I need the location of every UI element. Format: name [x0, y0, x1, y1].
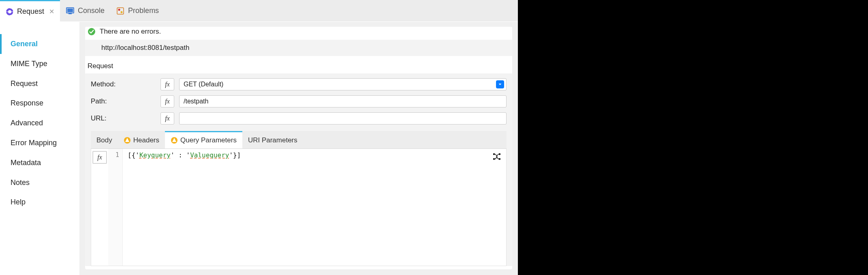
sidebar-item-help[interactable]: Help [0, 192, 79, 212]
expression-editor[interactable]: fx 1 [{'Keyquery' : 'Valuequery'}] [91, 149, 507, 266]
url-display-value: http://localhost:8081/testpath [91, 44, 189, 52]
svg-point-12 [493, 158, 495, 160]
warning-icon [124, 137, 131, 144]
code-prefix: [{' [128, 151, 139, 159]
request-subtabs: Body Headers [91, 131, 507, 149]
editor-code[interactable]: [{'Keyquery' : 'Valuequery'}] [123, 149, 506, 266]
tab-problems[interactable]: Problems [110, 0, 165, 21]
close-icon[interactable]: ✕ [49, 8, 54, 15]
fx-button-url[interactable]: fx [160, 112, 174, 125]
code-value: Valuequery [190, 151, 229, 159]
method-row: Method: fx GET (Default) [91, 78, 507, 90]
svg-point-14 [499, 158, 500, 160]
method-label: Method: [91, 80, 156, 88]
success-check-icon [88, 28, 96, 36]
line-number: 1 [108, 151, 119, 159]
tab-console-label: Console [78, 6, 105, 15]
request-form: Method: fx GET (Default) Path: fx [85, 73, 512, 266]
fx-button-method[interactable]: fx [160, 78, 174, 90]
url-label: URL: [91, 114, 156, 122]
sidebar-item-response[interactable]: Response [0, 93, 79, 113]
config-card: There are no errors. http://localhost:80… [85, 27, 512, 269]
subtab-uri-parameters[interactable]: URI Parameters [242, 131, 303, 148]
url-row: URL: fx [91, 112, 507, 125]
tab-console[interactable]: Console [60, 0, 110, 21]
status-text: There are no errors. [100, 28, 161, 36]
tab-request-label: Request [17, 7, 44, 16]
tab-problems-label: Problems [128, 6, 159, 15]
svg-point-11 [493, 153, 495, 155]
sidebar-item-error-mapping[interactable]: Error Mapping [0, 133, 79, 153]
path-label: Path: [91, 97, 156, 105]
svg-point-7 [121, 11, 123, 13]
sidebar-item-advanced[interactable]: Advanced [0, 113, 79, 133]
console-icon [66, 6, 75, 15]
main-panel: There are no errors. http://localhost:80… [79, 22, 518, 275]
svg-rect-4 [68, 13, 72, 14]
url-input[interactable] [179, 112, 507, 125]
svg-point-6 [118, 9, 120, 11]
fx-button-editor[interactable]: fx [93, 151, 107, 163]
request-section-label: Request [85, 56, 512, 73]
sidebar-item-metadata[interactable]: Metadata [0, 153, 79, 173]
request-globe-icon [6, 8, 14, 16]
problems-icon [116, 6, 125, 15]
sidebar-item-notes[interactable]: Notes [0, 173, 79, 193]
editor-tabstrip: Request ✕ Console Problems [0, 0, 518, 22]
warning-icon [171, 137, 178, 144]
svg-rect-3 [67, 9, 73, 12]
subtab-query-label: Query Parameters [180, 136, 237, 144]
editor-fx-col: fx [91, 149, 108, 266]
tab-request[interactable]: Request ✕ [0, 0, 60, 22]
method-value: GET (Default) [179, 78, 507, 90]
path-input[interactable] [179, 95, 507, 107]
sidebar-item-mime-type[interactable]: MIME Type [0, 54, 79, 74]
chevron-down-icon[interactable] [496, 80, 504, 88]
status-bar: There are no errors. [85, 27, 512, 40]
subtab-body-label: Body [96, 136, 112, 144]
path-row: Path: fx [91, 95, 507, 107]
code-suffix: '}] [229, 151, 241, 159]
code-mid: ' : ' [171, 151, 190, 159]
request-subtabs-wrap: Body Headers [91, 131, 507, 266]
map-icon[interactable] [492, 152, 501, 161]
subtab-headers-label: Headers [133, 136, 159, 144]
sidebar-item-general[interactable]: General [0, 34, 79, 54]
editor-gutter: 1 [108, 149, 123, 266]
code-key: Keyquery [139, 151, 171, 159]
url-display-row: http://localhost:8081/testpath [85, 40, 512, 56]
method-select[interactable]: GET (Default) [179, 78, 507, 90]
subtab-headers[interactable]: Headers [118, 131, 165, 148]
subtab-query-parameters[interactable]: Query Parameters [165, 131, 242, 148]
sidebar: General MIME Type Request Response Advan… [0, 22, 79, 275]
sidebar-item-request[interactable]: Request [0, 74, 79, 94]
subtab-body[interactable]: Body [91, 131, 118, 148]
svg-point-8 [88, 28, 95, 35]
subtab-uri-label: URI Parameters [248, 136, 297, 144]
content-body: General MIME Type Request Response Advan… [0, 22, 518, 275]
svg-point-13 [499, 153, 500, 155]
fx-button-path[interactable]: fx [160, 95, 174, 107]
svg-rect-5 [117, 8, 124, 14]
